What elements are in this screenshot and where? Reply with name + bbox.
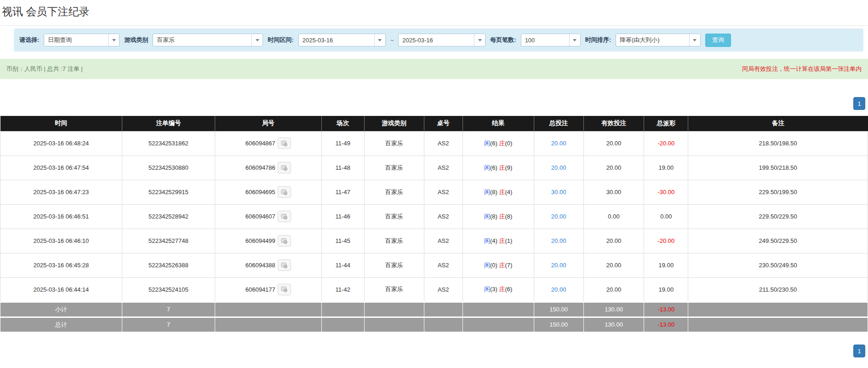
cell-table-no: AS2 [424, 155, 463, 180]
subtotal-label: 小计 [0, 302, 122, 317]
bets-table: 时间 注单编号 局号 场次 游戏类别 桌号 结果 总投注 有效投注 总派彩 备注… [0, 116, 868, 333]
cell-game: 百家乐 [364, 204, 424, 229]
result-banker-label: 庄 [499, 213, 505, 220]
table-row: 2025-03-16 06:44:14 522342524105 6060941… [0, 277, 868, 302]
cell-game: 百家乐 [364, 229, 424, 253]
round-number: 606094867 [246, 140, 275, 147]
table-row: 2025-03-16 06:45:28 522342526388 6060943… [0, 253, 868, 277]
chevron-down-icon[interactable] [474, 34, 485, 46]
cell-session: 11-45 [321, 229, 364, 253]
header-bet-id: 注单编号 [122, 116, 215, 131]
result-player-score: (8) [490, 189, 497, 196]
cell-time: 2025-03-16 06:46:51 [0, 204, 122, 229]
cell-time: 2025-03-16 06:48:24 [0, 131, 122, 155]
chevron-down-icon[interactable] [689, 34, 700, 46]
cell-valid-bet: 20.00 [583, 277, 644, 302]
cell-result: 闲(6) 庄(0) [463, 131, 534, 155]
film-icon [281, 286, 288, 293]
cell-result: 闲(0) 庄(7) [463, 253, 534, 277]
currency-summary: 币别：人民币 | 总共 :7 注单 | [6, 65, 83, 73]
combobox-select-type[interactable]: 日期查询 [44, 34, 120, 46]
round-number: 606094607 [246, 213, 275, 220]
bet-amount-link[interactable]: 20.00 [551, 262, 566, 269]
chevron-down-icon[interactable] [569, 34, 580, 46]
cell-valid-bet: 20.00 [583, 155, 644, 180]
cell-bet-id: 522342529915 [122, 180, 215, 204]
film-icon [281, 189, 288, 196]
video-replay-button[interactable] [278, 259, 291, 271]
combobox-sort-value: 降幂(由大到小) [616, 34, 689, 46]
cell-remark: 211.50/230.50 [688, 277, 868, 302]
header-remark: 备注 [688, 116, 868, 131]
bet-amount-link[interactable]: 30.00 [551, 189, 566, 196]
cell-total-bet: 20.00 [534, 277, 583, 302]
bet-amount-link[interactable]: 20.00 [551, 140, 566, 147]
film-icon [281, 213, 288, 220]
combobox-date-to[interactable]: 2025-03-16 [398, 34, 485, 46]
round-number: 606094499 [246, 237, 275, 244]
cell-table-no: AS2 [424, 229, 463, 253]
cell-result: 闲(8) 庄(4) [463, 180, 534, 204]
cell-result: 闲(8) 庄(8) [463, 204, 534, 229]
table-row: 2025-03-16 06:47:54 522342530880 6060947… [0, 155, 868, 180]
video-replay-button[interactable] [278, 162, 291, 173]
combobox-game-category[interactable]: 百家乐 [153, 34, 263, 46]
cell-valid-bet: 20.00 [583, 253, 644, 277]
total-total-bet: 150.00 [534, 317, 583, 332]
cell-payout: 19.00 [644, 277, 688, 302]
result-banker-label: 庄 [499, 189, 505, 196]
cell-remark: 218.50/198.50 [688, 131, 868, 155]
cell-table-no: AS2 [424, 277, 463, 302]
cell-game: 百家乐 [364, 131, 424, 155]
result-banker-score: (7) [505, 262, 512, 269]
header-payout: 总派彩 [644, 116, 688, 131]
combobox-per-page[interactable]: 100 [521, 34, 581, 46]
page-title: 视讯 会员下注纪录 [2, 5, 868, 19]
video-replay-button[interactable] [278, 138, 291, 149]
bet-amount-link[interactable]: 20.00 [551, 213, 566, 220]
cell-session: 11-49 [321, 131, 364, 155]
bet-amount-link[interactable]: 20.00 [551, 164, 566, 171]
cell-total-bet: 20.00 [534, 229, 583, 253]
header-round: 局号 [215, 116, 321, 131]
combobox-date-from-value: 2025-03-16 [299, 34, 374, 46]
bet-amount-link[interactable]: 20.00 [551, 286, 566, 293]
round-number: 606094177 [246, 286, 275, 293]
cell-session: 11-46 [321, 204, 364, 229]
video-replay-button[interactable] [278, 284, 291, 295]
search-button[interactable]: 查询 [705, 34, 731, 47]
result-player-score: (3) [490, 286, 497, 293]
cell-total-bet: 20.00 [534, 155, 583, 180]
bet-amount-link[interactable]: 20.00 [551, 237, 566, 244]
video-replay-button[interactable] [278, 211, 291, 222]
result-player-score: (6) [490, 140, 497, 147]
cell-table-no: AS2 [424, 253, 463, 277]
result-banker-score: (8) [505, 213, 512, 220]
page-button[interactable]: 1 [853, 97, 865, 110]
cell-table-no: AS2 [424, 204, 463, 229]
combobox-date-from[interactable]: 2025-03-16 [298, 34, 386, 46]
cell-session: 11-48 [321, 155, 364, 180]
cell-round: 606094695 [215, 180, 321, 204]
combobox-sort[interactable]: 降幂(由大到小) [616, 34, 701, 46]
subtotal-valid-bet: 130.00 [583, 302, 644, 317]
chevron-down-icon[interactable] [251, 34, 263, 46]
pagination-bottom: 1 [0, 333, 868, 357]
label-sort: 时间排序: [585, 36, 611, 44]
chevron-down-icon[interactable] [108, 34, 119, 46]
cell-table-no: AS2 [424, 180, 463, 204]
page-button[interactable]: 1 [853, 345, 865, 357]
pagination-top: 1 [0, 79, 868, 116]
result-banker-label: 庄 [499, 140, 505, 147]
chevron-down-icon[interactable] [374, 34, 385, 46]
result-banker-label: 庄 [499, 164, 505, 171]
cell-session: 11-42 [321, 277, 364, 302]
cell-payout: -20.00 [644, 229, 688, 253]
cell-remark: 249.50/229.50 [688, 229, 868, 253]
film-icon [281, 140, 288, 147]
cell-payout: 19.00 [644, 155, 688, 180]
video-replay-button[interactable] [278, 186, 291, 198]
video-replay-button[interactable] [278, 235, 291, 247]
result-banker-score: (4) [505, 189, 512, 196]
cell-remark: 199.50/218.50 [688, 155, 868, 180]
